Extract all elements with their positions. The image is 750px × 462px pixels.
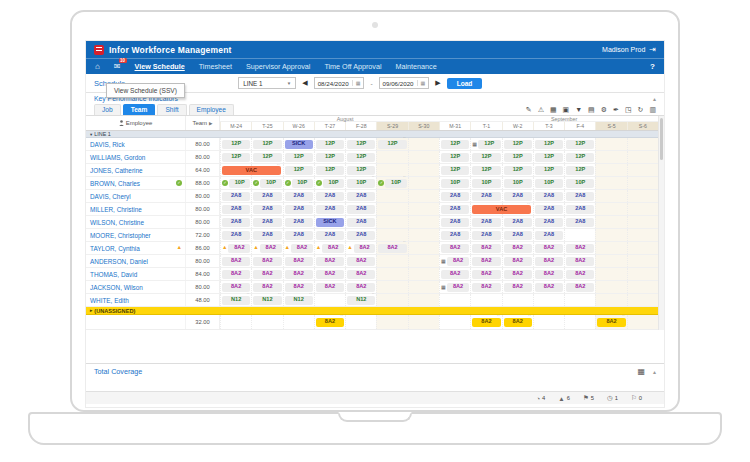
day-cell[interactable]: 8A2 [533, 268, 564, 280]
employee-column-header[interactable]: Employee [86, 116, 186, 130]
day-cell[interactable]: N12·· [283, 294, 314, 306]
day-cell[interactable] [376, 151, 407, 163]
calendar-icon[interactable]: ▦ [352, 80, 361, 86]
shift-chip[interactable]: 8A2 [566, 283, 594, 292]
shift-chip[interactable]: 8A2 [566, 244, 594, 253]
refresh-icon[interactable]: ↻ [638, 106, 644, 113]
day-cell[interactable]: ✓10P [314, 177, 345, 189]
day-cell[interactable]: 12P·· [376, 138, 407, 150]
shift-chip[interactable]: 12P [441, 166, 469, 175]
shift-chip[interactable]: 8A2 [504, 257, 532, 266]
shift-chip[interactable]: 12P [222, 140, 250, 149]
shift-chip[interactable]: 2A8 [441, 231, 469, 240]
day-cell[interactable]: 8A2·· [314, 315, 345, 329]
day-cell[interactable]: 2A8 [283, 216, 314, 228]
day-cell[interactable] [595, 138, 626, 150]
shift-chip[interactable]: 2A8 [316, 205, 344, 214]
day-cell[interactable]: 12P [502, 151, 533, 163]
shift-chip[interactable]: 10P [566, 179, 594, 188]
day-cell[interactable]: 8A2 [502, 242, 533, 254]
day-cell[interactable]: 12P [564, 164, 595, 176]
shift-chip[interactable]: 8A2 [316, 270, 344, 279]
shift-chip[interactable]: 8A2 [228, 244, 250, 253]
tab-team[interactable]: Team [123, 104, 156, 116]
day-cell[interactable]: ▲8A2 [314, 242, 345, 254]
shift-chip[interactable]: 8A2 [504, 244, 532, 253]
day-cell[interactable] [470, 294, 501, 306]
employee-name-link[interactable]: JONES, Catherine [90, 167, 143, 174]
shift-chip[interactable]: 2A8 [285, 218, 313, 227]
day-cell[interactable] [595, 294, 626, 306]
shift-chip[interactable]: 12P [504, 153, 532, 162]
shift-chip[interactable]: 12P [316, 140, 344, 149]
vertical-scrollbar[interactable] [658, 116, 664, 330]
day-cell[interactable]: 12P [220, 151, 251, 163]
day-cell[interactable] [564, 229, 595, 241]
shift-chip[interactable]: 8A2 [354, 244, 376, 253]
previous-period-button[interactable]: ◀ [302, 79, 307, 87]
shift-chip[interactable]: 2A8 [347, 192, 375, 201]
day-cell[interactable]: 2A8 [564, 216, 595, 228]
employee-name-link[interactable]: ANDERSON, Daniel [90, 258, 148, 265]
day-cell[interactable] [595, 216, 626, 228]
day-cell[interactable] [408, 151, 439, 163]
day-cell[interactable]: 8A2 [220, 268, 251, 280]
shift-chip[interactable]: 8A2 [285, 270, 313, 279]
day-cell[interactable]: 2A8 [470, 190, 501, 202]
day-cell[interactable]: 12P [564, 138, 595, 150]
shift-chip[interactable]: 12P [316, 153, 344, 162]
day-cell[interactable]: 2A8 [533, 216, 564, 228]
day-cell[interactable]: 12P [251, 138, 282, 150]
shift-chip[interactable]: 2A8 [285, 231, 313, 240]
day-cell[interactable]: 2A8·· [283, 203, 314, 215]
shift-chip[interactable]: 12P [285, 166, 313, 175]
day-cell[interactable]: 2A8 [502, 229, 533, 241]
day-cell[interactable]: 2A8 [439, 190, 470, 202]
shift-chip[interactable]: 8A2·· [378, 244, 406, 253]
shift-chip[interactable]: 2A8 [504, 231, 532, 240]
day-cell[interactable] [595, 164, 626, 176]
day-cell[interactable] [408, 164, 439, 176]
day-cell[interactable]: 2A8 [220, 190, 251, 202]
day-cell[interactable]: 8A2 [314, 255, 345, 267]
shift-chip[interactable]: 12P [566, 140, 594, 149]
day-cell[interactable] [408, 190, 439, 202]
day-cell[interactable] [595, 190, 626, 202]
day-cell[interactable]: 8A2 [314, 281, 345, 293]
day-cell[interactable]: 12P [345, 138, 376, 150]
filter-icon[interactable]: ▼ [575, 106, 582, 113]
status-counter[interactable]: ⚐0 [631, 394, 642, 402]
shift-chip[interactable]: 8A2 [535, 283, 563, 292]
day-cell[interactable] [627, 268, 658, 280]
shift-chip[interactable]: 2A8 [535, 231, 563, 240]
day-cell[interactable]: 2A8 [283, 229, 314, 241]
day-cell[interactable]: 12P [439, 151, 470, 163]
day-cell[interactable]: ▲8A2 [345, 242, 376, 254]
shift-chip[interactable]: 8A2 [447, 257, 470, 266]
day-cell[interactable]: 2A8 [345, 229, 376, 241]
day-cell[interactable]: 8A2·· [470, 315, 501, 329]
date-from-field[interactable]: 08/24/2020 ▦ [314, 77, 365, 89]
day-header[interactable]: F-4 [564, 122, 595, 130]
shift-chip[interactable]: 8A2 [566, 270, 594, 279]
day-cell[interactable]: 8A2 [564, 242, 595, 254]
shift-chip[interactable]: 12P [472, 153, 500, 162]
shift-chip[interactable]: 2A8 [253, 218, 281, 227]
export-icon[interactable]: ◳ [625, 106, 632, 113]
shift-chip[interactable]: 12P [253, 153, 281, 162]
sick-shift-chip[interactable]: SICK [316, 218, 344, 227]
day-cell[interactable] [251, 315, 282, 329]
shift-chip[interactable]: 12P [566, 153, 594, 162]
day-cell[interactable] [408, 138, 439, 150]
day-cell[interactable] [376, 203, 407, 215]
day-cell[interactable]: 12P [283, 151, 314, 163]
shift-chip[interactable]: 8A2 [316, 257, 344, 266]
unassigned-shift-chip[interactable]: 8A2·· [472, 318, 500, 327]
shift-chip[interactable]: 12P [285, 153, 313, 162]
day-cell[interactable] [595, 268, 626, 280]
shift-chip[interactable]: 2A8 [222, 231, 250, 240]
day-cell[interactable]: 2A8 [439, 203, 470, 215]
day-cell[interactable]: 12P [470, 164, 501, 176]
day-cell[interactable]: ▲8A2 [283, 242, 314, 254]
nav-item-maintenance[interactable]: Maintenance [396, 62, 437, 71]
